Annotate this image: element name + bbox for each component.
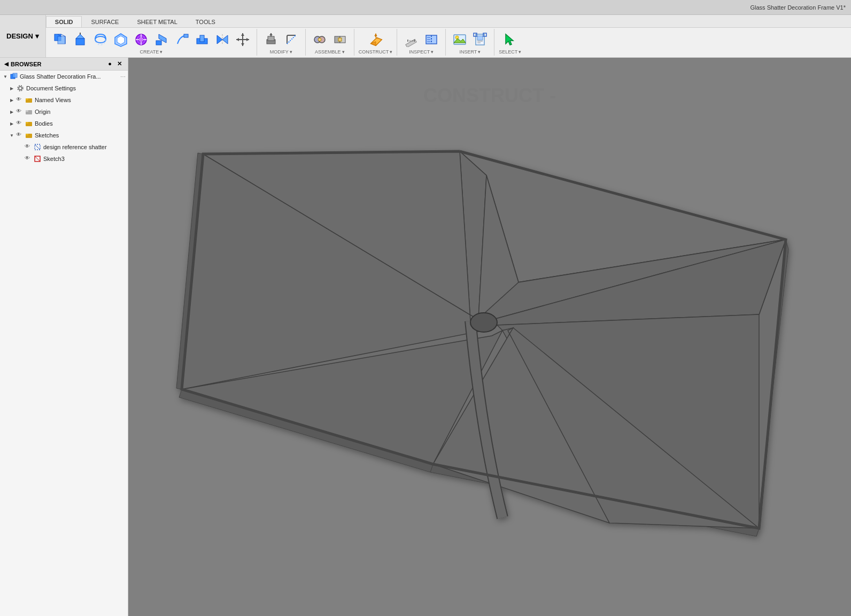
create-revolve[interactable]: [91, 30, 110, 49]
toolbar-group-construct: CONSTRUCT▾: [359, 30, 393, 55]
assemble-rigid-group[interactable]: [330, 30, 350, 49]
svg-line-81: [35, 156, 40, 161]
svg-point-13: [138, 37, 144, 42]
tree-root[interactable]: ▼ Glass Shatter Decoration Fra... ⋯: [0, 71, 128, 82]
create-mirror[interactable]: [213, 30, 232, 49]
main-area: ◀ BROWSER ● ✕ ▼ Glass Shatter Decoration…: [0, 58, 851, 616]
root-action[interactable]: ⋯: [120, 74, 126, 80]
select-tool[interactable]: [500, 30, 520, 49]
tree-design-ref[interactable]: ▶ 👁 design reference shatter: [0, 141, 128, 153]
construct-plane[interactable]: [366, 30, 385, 49]
svg-rect-73: [26, 110, 28, 112]
doc-settings-arrow: ▶: [9, 85, 15, 91]
named-views-icon: [25, 96, 33, 104]
modify-press-pull[interactable]: [261, 30, 281, 49]
named-views-eye[interactable]: 👁: [16, 96, 24, 104]
tab-strip: SOLID SURFACE SHEET METAL TOOLS: [46, 15, 851, 28]
create-extrude[interactable]: [71, 30, 90, 49]
create-special[interactable]: [131, 30, 151, 49]
tree-origin[interactable]: ▶ 👁 Origin: [0, 106, 128, 118]
browser-header: ◀ BROWSER ● ✕: [0, 58, 128, 71]
root-label: Glass Shatter Decoration Fra...: [20, 73, 101, 80]
divider-3: [354, 29, 354, 56]
svg-marker-11: [117, 36, 125, 44]
svg-point-38: [318, 38, 321, 41]
doc-settings-icon: [16, 84, 25, 93]
sketch3-eye[interactable]: 👁: [25, 155, 32, 163]
create-move[interactable]: [233, 30, 252, 49]
svg-point-57: [455, 36, 459, 39]
modify-fillet[interactable]: [282, 30, 301, 49]
svg-marker-35: [269, 33, 273, 35]
assemble-label[interactable]: ASSEMBLE▾: [315, 49, 345, 55]
root-arrow: ▼: [2, 73, 9, 80]
create-new-component[interactable]: [50, 30, 69, 49]
toolbar-group-create: CREATE▾: [50, 30, 252, 55]
tab-sheet-metal[interactable]: SHEET METAL: [128, 16, 186, 27]
sketch3-icon: [33, 155, 42, 163]
sketches-arrow: ▼: [9, 132, 15, 138]
create-sweep[interactable]: [172, 30, 191, 49]
sketch3-label: Sketch3: [43, 156, 65, 162]
create-shell[interactable]: [111, 30, 130, 49]
create-label[interactable]: CREATE▾: [140, 49, 163, 55]
inspect-section-analysis[interactable]: [422, 30, 441, 49]
inspect-icons: [401, 30, 441, 49]
svg-rect-18: [156, 41, 161, 45]
tree-doc-settings[interactable]: ▶ Document Settings: [0, 82, 128, 94]
toolbar-group-assemble: ASSEMBLE▾: [310, 30, 350, 55]
design-label: DESIGN: [6, 32, 33, 40]
create-rib[interactable]: [192, 30, 212, 49]
svg-line-79: [35, 144, 40, 150]
viewport[interactable]: CONSTRUCT -: [128, 58, 851, 616]
insert-image[interactable]: [450, 30, 469, 49]
svg-rect-60: [477, 36, 483, 40]
insert-label[interactable]: INSERT▾: [459, 49, 481, 55]
doc-settings-label: Document Settings: [26, 85, 76, 91]
bodies-eye[interactable]: 👁: [16, 120, 24, 127]
select-icons: [500, 30, 520, 49]
model-viewport-svg: [128, 58, 851, 616]
select-label[interactable]: SELECT▾: [499, 49, 521, 55]
browser-collapse-arrow[interactable]: ◀: [4, 61, 9, 67]
tree-bodies[interactable]: ▶ 👁 Bodies: [0, 118, 128, 129]
modify-label[interactable]: MODIFY▾: [270, 49, 292, 55]
tabs-row: SOLID SURFACE SHEET METAL TOOLS: [46, 15, 851, 57]
tree-named-views[interactable]: ▶ 👁 Named Views: [0, 94, 128, 106]
named-views-arrow: ▶: [9, 97, 15, 103]
svg-marker-31: [246, 38, 249, 41]
create-loft[interactable]: [152, 30, 171, 49]
divider-2: [305, 29, 306, 56]
svg-rect-71: [26, 98, 28, 100]
inspect-label[interactable]: INSPECT▾: [409, 49, 434, 55]
tab-solid[interactable]: SOLID: [46, 16, 82, 27]
inspect-measure[interactable]: [401, 30, 421, 49]
toolbar-group-inspect: INSPECT▾: [401, 30, 441, 55]
browser-action-close[interactable]: ✕: [115, 60, 123, 68]
design-ref-eye[interactable]: 👁: [25, 143, 32, 151]
tree-sketch3[interactable]: ▶ 👁 Sketch3: [0, 153, 128, 165]
bodies-label: Bodies: [35, 120, 53, 127]
assemble-joint[interactable]: [310, 30, 329, 49]
tab-tools[interactable]: TOOLS: [187, 16, 225, 27]
origin-icon: [25, 107, 33, 116]
design-button[interactable]: DESIGN ▾: [0, 15, 46, 57]
construct-text: CONSTRUCT: [359, 49, 389, 55]
browser-action-hide[interactable]: ●: [106, 60, 113, 68]
tab-surface[interactable]: SURFACE: [82, 16, 128, 27]
divider-1: [257, 29, 257, 56]
toolbar-group-insert: INSERT▾: [450, 30, 490, 55]
insert-canvas[interactable]: [470, 30, 490, 49]
tree-sketches[interactable]: ▼ 👁 Sketches: [0, 129, 128, 141]
sketches-eye[interactable]: 👁: [16, 132, 24, 139]
svg-rect-22: [200, 35, 204, 42]
divider-6: [494, 29, 494, 56]
design-arrow: ▾: [35, 32, 39, 40]
svg-marker-23: [217, 35, 222, 44]
svg-marker-45: [374, 34, 377, 36]
svg-marker-30: [236, 38, 239, 41]
sketches-icon: [25, 131, 33, 140]
construct-label[interactable]: CONSTRUCT▾: [359, 49, 393, 55]
browser-panel: ◀ BROWSER ● ✕ ▼ Glass Shatter Decoration…: [0, 58, 128, 616]
origin-eye[interactable]: 👁: [16, 108, 24, 116]
